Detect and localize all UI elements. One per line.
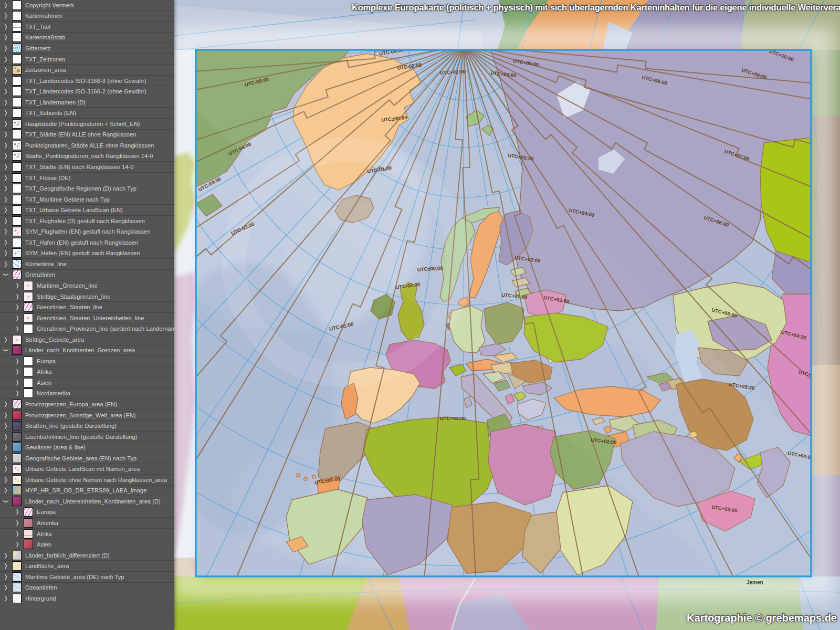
layer-row[interactable]: ❯Urbane Gebiete ohne Namen nach Rangklas… <box>0 475 174 486</box>
layer-row[interactable]: ❯Geografische Gebiete_area (EN) nach Typ <box>0 453 174 464</box>
chevron-right-icon[interactable]: ❯ <box>3 132 8 137</box>
layer-row[interactable]: ❯Asien <box>0 539 174 550</box>
chevron-right-icon[interactable]: ❯ <box>14 294 20 299</box>
layer-row[interactable]: ❯Länder_nach_Untereinheiten_Kontinenten_… <box>0 496 174 507</box>
layer-thumbnail[interactable] <box>24 324 33 333</box>
chevron-right-icon[interactable]: ❯ <box>14 391 20 396</box>
layer-thumbnail[interactable] <box>12 227 22 236</box>
layer-thumbnail[interactable] <box>24 507 33 517</box>
chevron-right-icon[interactable]: ❯ <box>3 197 8 202</box>
chevron-right-icon[interactable]: ❯ <box>3 186 8 191</box>
layer-thumbnail[interactable] <box>12 76 22 86</box>
layer-thumbnail[interactable] <box>12 400 22 409</box>
layer-row[interactable]: ❯Landfläche_aera <box>0 561 174 572</box>
layer-thumbnail[interactable] <box>12 65 22 75</box>
layer-row[interactable]: ❯Europa <box>0 507 174 518</box>
chevron-right-icon[interactable]: ❯ <box>3 445 8 450</box>
layer-row[interactable]: ❯Europa <box>0 356 174 367</box>
layer-row[interactable]: ❯TXT_Zeitzonen <box>0 54 174 65</box>
layer-row[interactable]: ❯Hauptstädte (Punktsignaturen + Schrift_… <box>0 119 174 130</box>
layer-thumbnail[interactable] <box>12 108 22 118</box>
chevron-right-icon[interactable]: ❯ <box>14 520 20 526</box>
chevron-right-icon[interactable]: ❯ <box>3 456 8 461</box>
layer-thumbnail[interactable] <box>12 497 22 506</box>
layer-row[interactable]: ❯Hintergrund <box>0 593 174 604</box>
chevron-right-icon[interactable]: ❯ <box>3 337 8 342</box>
layer-thumbnail[interactable] <box>24 367 33 376</box>
layer-thumbnail[interactable] <box>12 421 22 430</box>
layer-thumbnail[interactable] <box>12 345 22 355</box>
chevron-right-icon[interactable]: ❯ <box>14 509 20 514</box>
chevron-right-icon[interactable]: ❯ <box>3 413 8 418</box>
layer-thumbnail[interactable] <box>12 162 22 172</box>
layer-row[interactable]: ❯Grenzlinien_Staaten_line <box>0 302 174 313</box>
layer-row[interactable]: ❯TXT_Hafen (EN) gestuft nach Rangklassen <box>0 237 174 248</box>
layer-row[interactable]: ❯TXT_Ländercodes ISO-3166-3 (ohne Gewähr… <box>0 76 174 87</box>
layer-row[interactable]: ❯Grenzlinien_Staaten_Untereinheiten_line <box>0 313 174 324</box>
chevron-right-icon[interactable]: ❯ <box>14 531 20 537</box>
chevron-right-icon[interactable]: ❯ <box>3 596 8 601</box>
chevron-right-icon[interactable]: ❯ <box>14 316 20 321</box>
layer-thumbnail[interactable] <box>24 388 33 398</box>
layer-row[interactable]: ❯TXT_Subunits (EN) <box>0 108 174 119</box>
layer-thumbnail[interactable] <box>12 248 22 258</box>
layer-row[interactable]: ❯TXT_Flüsse (DE) <box>0 173 174 184</box>
chevron-right-icon[interactable]: ❯ <box>14 283 20 288</box>
map-canvas[interactable]: UTC-05:00UTC-04:00UTC-02:00UTC+01:00UTC+… <box>174 0 840 630</box>
layer-row[interactable]: ❯Gewässer (area & line) <box>0 442 174 453</box>
layer-row[interactable]: ❯Küstenlinie_line <box>0 259 174 270</box>
chevron-right-icon[interactable]: ❯ <box>3 574 8 580</box>
chevron-right-icon[interactable]: ❯ <box>3 89 8 94</box>
chevron-right-icon[interactable]: ❯ <box>3 423 8 428</box>
layer-thumbnail[interactable] <box>12 572 22 582</box>
chevron-right-icon[interactable]: ❯ <box>3 585 8 590</box>
chevron-right-icon[interactable]: ❯ <box>3 143 8 148</box>
layer-row[interactable]: ❯Strittige_Staatsgrenzen_line <box>0 291 174 302</box>
layer-thumbnail[interactable] <box>12 238 22 247</box>
layer-row[interactable]: ❯Nordamerika <box>0 388 174 400</box>
chevron-right-icon[interactable]: ❯ <box>3 67 8 72</box>
chevron-down-icon[interactable]: ❯ <box>3 498 8 504</box>
layer-thumbnail[interactable] <box>24 292 33 301</box>
layer-thumbnail[interactable] <box>24 281 33 290</box>
layer-row[interactable]: ❯SYM_Flughafen (EN) gestuft nach Rangkla… <box>0 226 174 237</box>
layer-row[interactable]: ❯Copyright-Vermerk <box>0 0 174 11</box>
chevron-right-icon[interactable]: ❯ <box>3 35 8 40</box>
layer-thumbnail[interactable] <box>12 454 22 463</box>
layer-thumbnail[interactable] <box>12 87 22 96</box>
chevron-right-icon[interactable]: ❯ <box>3 110 8 116</box>
layer-thumbnail[interactable] <box>12 486 22 495</box>
layer-row[interactable]: ❯Maritime Gebiete_area (DE) nach Typ <box>0 572 174 583</box>
layer-row[interactable]: ❯Amerika <box>0 518 174 529</box>
layer-row[interactable]: ❯Strittige_Gebiete_area <box>0 334 174 345</box>
layer-thumbnail[interactable] <box>12 475 22 485</box>
layer-row[interactable]: ❯TXT_Städte (EN) ALLE ohne Rangklassen <box>0 130 174 141</box>
chevron-right-icon[interactable]: ❯ <box>3 57 8 62</box>
chevron-right-icon[interactable]: ❯ <box>3 164 8 170</box>
layer-row[interactable]: ❯Eisenbahnlinien_line (gestufte Darstell… <box>0 432 174 443</box>
layer-thumbnail[interactable] <box>24 378 33 387</box>
chevron-down-icon[interactable]: ❯ <box>3 348 8 353</box>
layer-row[interactable]: ❯Länder_nach_Kontinenten_Grenzen_area <box>0 345 174 356</box>
chevron-right-icon[interactable]: ❯ <box>3 261 8 267</box>
layer-row[interactable]: ❯Afrika <box>0 367 174 378</box>
layer-thumbnail[interactable] <box>12 335 22 344</box>
chevron-right-icon[interactable]: ❯ <box>3 13 8 18</box>
layer-thumbnail[interactable] <box>12 98 22 107</box>
layer-row[interactable]: ❯Punktsignaturen_Städte ALLE ohne Rangkl… <box>0 140 174 151</box>
layer-thumbnail[interactable] <box>12 270 22 279</box>
layer-thumbnail[interactable] <box>12 119 22 129</box>
layer-thumbnail[interactable] <box>12 44 22 53</box>
layer-row[interactable]: ❯Grenzlinien <box>0 270 174 281</box>
chevron-right-icon[interactable]: ❯ <box>3 121 8 127</box>
layer-thumbnail[interactable] <box>12 55 22 64</box>
layer-row[interactable]: ❯Grenzlinien_Provinzen_line (sortiert na… <box>0 323 174 334</box>
chevron-right-icon[interactable]: ❯ <box>3 250 8 256</box>
chevron-right-icon[interactable]: ❯ <box>3 434 8 439</box>
layer-thumbnail[interactable] <box>12 443 22 452</box>
chevron-right-icon[interactable]: ❯ <box>3 207 8 213</box>
layer-row[interactable]: ❯TXT_Geografische Regionen (D) nach Typ <box>0 183 174 194</box>
chevron-right-icon[interactable]: ❯ <box>3 3 8 8</box>
layer-thumbnail[interactable] <box>12 561 22 571</box>
layer-row[interactable]: ❯TXT_Ländercodes ISO-3166-2 (ohne Gewähr… <box>0 86 174 97</box>
